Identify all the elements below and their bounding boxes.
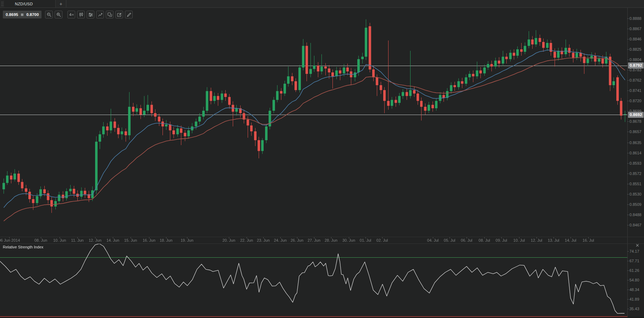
price-axis-tick xyxy=(627,70,629,70)
indicator-settings-button[interactable] xyxy=(87,11,94,18)
price-axis-tick xyxy=(627,101,629,101)
zoom-out-button[interactable] xyxy=(45,11,53,18)
price-axis-label: 0.8678 xyxy=(629,119,642,124)
price-axis-tick xyxy=(627,204,629,205)
price-axis-tick xyxy=(627,121,629,122)
time-axis-label: 04. Jul xyxy=(427,238,439,242)
time-axis-label: 28. Jun xyxy=(325,238,337,242)
time-axis-label: 30. Jun xyxy=(342,238,355,242)
rsi-axis-label: 41.89 xyxy=(629,297,639,301)
ask-price: 0.8700 xyxy=(26,12,39,17)
rsi-indicator-canvas[interactable] xyxy=(0,243,627,317)
time-axis-label: 06 Jun 2014 xyxy=(0,238,20,242)
chart-type-button[interactable] xyxy=(77,11,85,18)
price-axis-tick xyxy=(627,225,629,225)
trading-app-window: { "tab_bar": { "tabs": [ { "label": "NZD… xyxy=(0,0,644,318)
time-axis-label: 05. Jul xyxy=(444,238,455,242)
rsi-axis-label: 54.80 xyxy=(629,278,639,282)
price-axis-label: 0.8635 xyxy=(629,141,642,145)
rsi-axis-tick xyxy=(627,261,629,261)
price-axis-label: 0.8593 xyxy=(629,161,642,165)
price-axis-tick xyxy=(627,215,629,215)
time-axis-label: 11. Jun xyxy=(71,238,83,242)
time-axis-label: 27. Jun xyxy=(308,238,320,242)
rsi-close-icon[interactable]: ✕ xyxy=(635,243,639,248)
rsi-axis-label: 61.26 xyxy=(629,268,639,273)
price-axis-label: 0.8741 xyxy=(629,88,642,93)
price-axis-tick xyxy=(627,194,629,194)
price-axis-label: 0.8846 xyxy=(629,37,642,41)
rsi-axis-label: 35.43 xyxy=(629,307,639,311)
time-axis-label: 09. Jul xyxy=(496,238,507,242)
rsi-panel-separator xyxy=(0,243,644,244)
rsi-panel-title: Relative Strength Index xyxy=(3,245,43,249)
price-axis-tick xyxy=(627,174,629,174)
time-axis-label: 14. Jun xyxy=(106,238,119,242)
spread-marker-icon xyxy=(21,13,23,16)
candlestick-chart-canvas[interactable] xyxy=(0,8,627,237)
tab-bar: NZD/USD + xyxy=(0,0,644,8)
time-axis-label: 06. Jul xyxy=(461,238,472,242)
price-axis-label: 0.8614 xyxy=(629,151,642,155)
candlestick-chart-icon xyxy=(79,12,83,17)
time-axis-label: 22. Jun xyxy=(240,238,253,242)
bid-price: 0.8695 xyxy=(6,12,18,17)
duplicate-chart-button[interactable] xyxy=(106,11,114,18)
rsi-axis-label: 67.71 xyxy=(629,259,639,263)
rsi-axis-tick xyxy=(627,251,629,252)
edit-note-icon xyxy=(117,12,122,17)
time-axis-label: 08. Jun xyxy=(34,238,47,242)
tab-grip-icon[interactable] xyxy=(0,0,4,7)
rsi-axis-label: 48.34 xyxy=(629,287,639,292)
chart-toolbar: 0.8695 0.8700 4H xyxy=(3,11,134,18)
zoom-out-icon xyxy=(47,12,51,17)
time-axis-label: 13. Jul xyxy=(548,238,559,242)
time-axis-label: 19. Jun xyxy=(181,238,193,242)
add-tab-button[interactable]: + xyxy=(56,0,66,7)
duplicate-chart-icon xyxy=(108,12,112,17)
edit-chart-button[interactable] xyxy=(115,11,123,18)
trendline-tool-button[interactable] xyxy=(96,11,104,18)
rsi-axis-tick xyxy=(627,270,629,271)
price-axis-label: 0.8804 xyxy=(629,57,642,62)
rsi-axis-label: 74.17 xyxy=(629,249,639,253)
price-axis-tick xyxy=(627,29,629,29)
price-axis-label: 0.8762 xyxy=(629,78,642,82)
price-axis-label: 0.8657 xyxy=(629,130,642,134)
price-axis-tick xyxy=(627,39,629,39)
draw-tool-button[interactable] xyxy=(125,11,133,18)
price-axis-tick xyxy=(627,18,629,19)
rsi-axis-tick xyxy=(627,299,629,300)
time-axis-label: 10. Jun xyxy=(53,238,66,242)
price-axis-tick xyxy=(627,80,629,81)
zoom-in-icon xyxy=(56,12,61,17)
price-axis-tick xyxy=(627,153,629,153)
price-axis-tick xyxy=(627,184,629,184)
draw-pen-icon xyxy=(127,12,131,17)
timeframe-button[interactable]: 4H xyxy=(67,11,75,18)
indicator-sliders-icon xyxy=(88,12,93,17)
time-axis-label: 15. Jun xyxy=(124,238,137,242)
time-axis-label: 02. Jul xyxy=(376,238,388,242)
price-line-badge: 0.8692 xyxy=(628,112,644,118)
price-axis-tick xyxy=(627,60,629,60)
time-axis-label: 08. Jul xyxy=(479,238,490,242)
zoom-in-button[interactable] xyxy=(55,11,62,18)
price-axis-label: 0.8488 xyxy=(629,213,642,217)
price-axis-label: 0.8720 xyxy=(629,99,642,103)
price-axis-tick xyxy=(627,91,629,91)
time-axis-label: 12. Jun xyxy=(89,238,101,242)
price-axis-label: 0.8867 xyxy=(629,27,642,31)
price-axis-tick xyxy=(627,49,629,50)
time-axis-label: 23. Jun xyxy=(257,238,270,242)
price-axis-tick xyxy=(627,132,629,132)
price-axis-label: 0.8888 xyxy=(629,16,642,21)
rsi-axis-tick xyxy=(627,280,629,280)
time-axis-label: 16. Jun xyxy=(143,238,155,242)
price-axis-label: 0.8467 xyxy=(629,223,642,227)
time-axis-label: 10. Jul xyxy=(513,238,525,242)
time-axis-separator xyxy=(0,237,644,237)
tab-nzdusd[interactable]: NZD/USD xyxy=(4,0,56,7)
time-axis-label: 01. Jul xyxy=(360,238,371,242)
bid-ask-quote-box[interactable]: 0.8695 0.8700 xyxy=(3,11,42,18)
